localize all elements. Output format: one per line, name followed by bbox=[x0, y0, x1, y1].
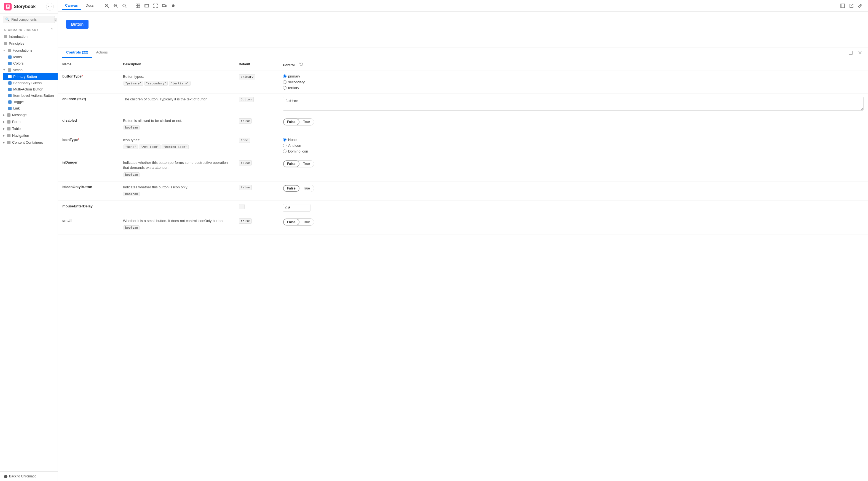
storybook-svg bbox=[5, 4, 10, 9]
open-new-tab-icon bbox=[849, 4, 854, 8]
grid-button[interactable] bbox=[134, 2, 142, 10]
toggle-btn[interactable]: False bbox=[283, 160, 300, 167]
search-input[interactable] bbox=[11, 18, 53, 22]
message-caret: ▶ bbox=[3, 113, 5, 116]
tab-canvas[interactable]: Canvas bbox=[62, 2, 81, 10]
param-name-cell: children (text) bbox=[58, 93, 119, 115]
param-description: Whether it is a small button. It does no… bbox=[123, 218, 230, 223]
tab-docs[interactable]: Docs bbox=[82, 2, 97, 10]
default-badge: false bbox=[239, 118, 252, 124]
reset-controls-button[interactable] bbox=[298, 61, 305, 68]
number-input[interactable] bbox=[283, 204, 310, 212]
col-header-default: Default bbox=[235, 58, 278, 71]
sidebar-item-multi-action-button[interactable]: Multi-Action Button bbox=[3, 86, 58, 92]
radio-item[interactable]: secondary bbox=[283, 80, 864, 84]
param-control-cell[interactable]: FalseTrue bbox=[278, 181, 868, 201]
code-values: "primary""secondary""tertiary" bbox=[123, 80, 230, 87]
param-control-cell[interactable]: FalseTrue bbox=[278, 115, 868, 134]
sidebar-item-link[interactable]: Link bbox=[3, 105, 58, 112]
toggle-btn[interactable]: False bbox=[283, 219, 300, 225]
svg-rect-16 bbox=[165, 5, 166, 7]
radio-group: primary secondary tertiary bbox=[283, 74, 864, 90]
param-description: Button is allowed to be clicked or not. bbox=[123, 118, 230, 123]
param-control-cell[interactable]: None Ant icon Domino icon bbox=[278, 134, 868, 157]
tab-controls[interactable]: Controls (22) bbox=[62, 48, 92, 58]
required-star: * bbox=[82, 74, 83, 78]
tab-actions[interactable]: Actions bbox=[92, 48, 112, 58]
toggle-btn[interactable]: True bbox=[300, 160, 314, 167]
param-control-cell[interactable]: Button bbox=[278, 93, 868, 115]
radio-item[interactable]: Ant icon bbox=[283, 143, 864, 148]
param-default-cell: Button bbox=[235, 93, 278, 115]
zoom-reset-button[interactable] bbox=[121, 2, 128, 10]
param-control-cell[interactable]: FalseTrue bbox=[278, 157, 868, 181]
param-control-cell[interactable]: FalseTrue bbox=[278, 215, 868, 234]
radio-input[interactable] bbox=[283, 86, 286, 90]
foundations-group-header[interactable]: ▼ Foundations bbox=[0, 47, 58, 54]
param-desc-cell: Whether it is a small button. It does no… bbox=[119, 215, 235, 234]
collapse-icon[interactable]: ⌃ bbox=[50, 28, 54, 32]
sidebar-item-icons[interactable]: Icons bbox=[3, 54, 58, 60]
sidebar-item-toggle[interactable]: Toggle bbox=[3, 99, 58, 105]
param-control-cell[interactable]: primary secondary tertiary bbox=[278, 71, 868, 93]
param-name-cell: mouseEnterDelay bbox=[58, 201, 119, 215]
param-default-cell: - bbox=[235, 201, 278, 215]
table-group-header[interactable]: ▶ Table bbox=[0, 125, 58, 132]
expand-controls-button[interactable] bbox=[847, 49, 854, 56]
param-name: children (text) bbox=[62, 97, 86, 101]
radio-item[interactable]: Domino icon bbox=[283, 149, 864, 153]
dark-mode-button[interactable] bbox=[169, 2, 177, 10]
message-group-header[interactable]: ▶ Message bbox=[0, 112, 58, 118]
open-new-tab-button[interactable] bbox=[847, 2, 855, 10]
item-level-icon bbox=[8, 94, 11, 97]
form-group-header[interactable]: ▶ Form bbox=[0, 118, 58, 125]
sidebar-item-colors[interactable]: Colors bbox=[3, 60, 58, 66]
controls-tab-right bbox=[847, 49, 864, 56]
table-row: isIconOnlyButtonIndicates whether this b… bbox=[58, 181, 868, 201]
code-badge: "None" bbox=[124, 145, 138, 149]
sidebar-item-item-level-actions[interactable]: Item-Level Actions Button bbox=[3, 92, 58, 99]
radio-input[interactable] bbox=[283, 144, 286, 147]
param-desc-cell: Indicates whether this button is icon on… bbox=[119, 181, 235, 201]
toggle-btn[interactable]: True bbox=[300, 219, 314, 225]
radio-input[interactable] bbox=[283, 149, 286, 153]
param-control-cell[interactable] bbox=[278, 201, 868, 215]
toggle-btn[interactable]: False bbox=[283, 119, 300, 125]
search-box[interactable]: 🔍 / bbox=[3, 16, 55, 23]
sidebar-item-principles[interactable]: Principles bbox=[0, 40, 58, 47]
zoom-out-button[interactable] bbox=[112, 2, 119, 10]
sidebar-item-primary-button[interactable]: Primary Button bbox=[3, 73, 58, 80]
toggle-btn[interactable]: False bbox=[283, 185, 300, 192]
navigation-group-header[interactable]: ▶ Navigation bbox=[0, 132, 58, 139]
radio-input[interactable] bbox=[283, 74, 286, 78]
radio-item[interactable]: tertiary bbox=[283, 86, 864, 90]
copy-link-button[interactable] bbox=[857, 2, 864, 10]
text-control[interactable]: Button bbox=[283, 97, 864, 112]
text-input[interactable]: Button bbox=[283, 97, 864, 111]
zoom-in-button[interactable] bbox=[103, 2, 111, 10]
sidebar-item-secondary-button[interactable]: Secondary Button bbox=[3, 80, 58, 86]
toggle-group: FalseTrue bbox=[283, 160, 314, 168]
responsive-button[interactable] bbox=[160, 2, 168, 10]
back-to-chromatic-button[interactable]: ⬤ Back to Chromatic bbox=[4, 474, 54, 478]
radio-input[interactable] bbox=[283, 138, 286, 142]
action-group-header[interactable]: ▼ Action bbox=[0, 66, 58, 73]
view-button[interactable] bbox=[143, 2, 151, 10]
param-desc-cell bbox=[119, 201, 235, 215]
toggle-btn[interactable]: True bbox=[300, 119, 314, 125]
content-containers-group-header[interactable]: ▶ Content Containers bbox=[0, 139, 58, 146]
param-default-cell: None bbox=[235, 134, 278, 157]
sidebar-menu-button[interactable]: ··· bbox=[46, 3, 54, 10]
fullscreen-button[interactable] bbox=[152, 2, 159, 10]
close-controls-button[interactable] bbox=[857, 49, 864, 56]
copy-link-icon bbox=[858, 4, 863, 8]
param-default-cell: false bbox=[235, 181, 278, 201]
sidebar-item-introduction[interactable]: Introduction bbox=[0, 33, 58, 40]
radio-input[interactable] bbox=[283, 80, 286, 84]
preview-primary-button[interactable]: Button bbox=[66, 20, 89, 29]
sidebar-toggle-button[interactable] bbox=[839, 2, 846, 10]
code-values: boolean bbox=[123, 191, 230, 197]
radio-item[interactable]: primary bbox=[283, 74, 864, 78]
radio-item[interactable]: None bbox=[283, 138, 864, 142]
toggle-btn[interactable]: True bbox=[300, 185, 314, 192]
